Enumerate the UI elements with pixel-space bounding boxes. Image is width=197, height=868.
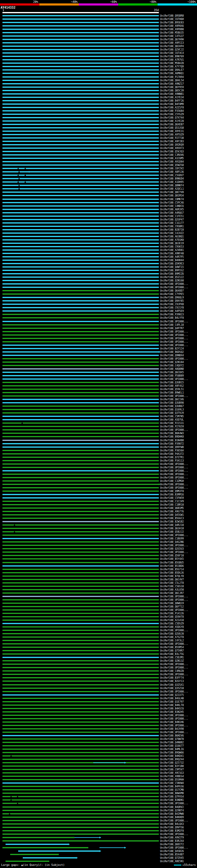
hit-label[interactable]: UniRef100_UPI000... [160,283,188,285]
hit-bar[interactable] [2,249,159,251]
hit-bar[interactable] [2,382,159,383]
hit-bar[interactable] [2,256,159,257]
hit-bar[interactable] [2,470,159,471]
hit-bar[interactable] [2,49,159,50]
hit-bar[interactable] [2,32,159,33]
hit-bar[interactable] [2,569,159,570]
hit-bar[interactable] [2,66,159,67]
hit-bar[interactable] [2,562,159,563]
hit-label[interactable]: UniRef100_A2Z1F8 [160,106,184,109]
hit-bar[interactable] [2,586,159,587]
hit-bar[interactable] [2,528,159,529]
hit-label[interactable]: UniRef100_B4HH44 [160,259,184,262]
hit-label[interactable]: UniRef100_Q03XP4 [160,45,184,48]
hit-label[interactable]: UniRef100_B5GBU5 [160,561,184,564]
hit-bar[interactable] [2,609,159,611]
hit-label[interactable]: UniRef100_UPI000... [160,466,188,469]
hit-bar[interactable] [2,793,159,794]
hit-bar[interactable] [2,348,159,349]
hit-bar[interactable] [2,117,159,118]
hit-label[interactable]: UniRef100_P39023 [160,313,184,316]
hit-bar[interactable] [2,63,159,64]
hit-label[interactable]: UniRef100_B3L75G [160,653,184,655]
hit-label[interactable]: UniRef100_B4GLH0 [160,697,184,700]
hit-bar[interactable] [2,762,159,763]
hit-label[interactable]: UniRef100_A1YE34 [160,96,184,99]
hit-label[interactable]: UniRef100_B9MIZ6 [160,273,184,275]
hit-bar[interactable] [2,745,159,746]
hit-bar[interactable] [2,752,159,753]
hit-bar[interactable] [2,755,159,756]
hit-label[interactable]: UniRef100_Q6CJR7 [160,592,184,595]
hit-label[interactable]: UniRef100_B9PIG2 [160,269,184,272]
hit-label[interactable]: UniRef100_UPI000... [160,470,188,472]
hit-label[interactable]: UniRef100_B3RJX4 [160,840,184,842]
hit-bar[interactable] [2,799,159,801]
hit-label[interactable]: UniRef100_Q01M34 [160,194,184,197]
hit-label[interactable]: UniRef100_B5DGJ6 [160,571,184,574]
hit-label[interactable]: UniRef100_UPI000... [160,724,188,727]
hit-bar[interactable] [2,154,159,155]
hit-label[interactable]: UniRef100_UPI000... [160,487,188,489]
hit-label[interactable]: UniRef100_Q56F10 [160,554,184,557]
hit-label[interactable]: UniRef100_Q3UB15 [160,381,184,384]
hit-label[interactable]: UniRef100_B53BD6 [160,565,184,567]
hit-label[interactable]: UniRef100_A4R7P5 [160,255,184,258]
hit-label[interactable]: UniRef100_C5YGZ9 [160,113,184,116]
hit-label[interactable]: UniRef100_A9CSG3 [160,772,184,774]
hit-label[interactable]: UniRef100_Q4P7R7 [160,327,184,330]
hit-bar[interactable] [2,759,159,760]
hit-label[interactable]: UniRef100_C9P5V7 [160,768,184,771]
hit-label[interactable]: UniRef100_Q17CM0 [160,788,184,791]
hit-label[interactable]: UniRef100_B9WEL1 [160,391,184,394]
hit-label[interactable]: UniRef100_B4PGS6 [160,785,184,788]
hit-label[interactable]: UniRef100_Q3UB90 [160,402,184,404]
hit-bar[interactable] [2,324,159,326]
hit-label[interactable]: UniRef100_UPI000... [160,334,188,337]
hit-label[interactable]: UniRef100_Q9NBX4 [160,354,184,357]
hit-bar[interactable] [2,334,159,336]
hit-bar[interactable] [2,345,159,346]
hit-label[interactable]: UniRef100_Q5VJQ3 [160,150,184,153]
hit-bar[interactable] [2,202,159,203]
hit-bar[interactable] [2,161,159,162]
hit-bar[interactable] [2,640,159,641]
hit-label[interactable]: UniRef100_Q16677 [160,745,184,747]
hit-label[interactable]: UniRef100_Q6B1M5 [160,507,184,509]
hit-label[interactable]: UniRef100_UPI000... [160,595,188,598]
hit-bar[interactable] [2,602,159,604]
hit-label[interactable]: UniRef100_Q64OD7 [160,289,184,292]
hit-bar[interactable] [2,69,159,70]
hit-label[interactable]: UniRef100_B4LQX3 [160,823,184,826]
hit-bar[interactable] [2,148,159,149]
hit-label[interactable]: UniRef100_Q6Y959 [160,86,184,89]
hit-bar[interactable] [2,144,159,145]
hit-label[interactable]: UniRef100_B4H1C6 [160,707,184,710]
hit-bar[interactable] [2,806,159,808]
hit-label[interactable]: UniRef100_UPI000... [160,473,188,476]
hit-bar[interactable] [2,494,159,495]
hit-bar[interactable] [2,674,159,675]
hit-bar[interactable] [5,844,68,845]
hit-label[interactable]: UniRef100_A63BQ1 [160,235,184,238]
hit-bar[interactable] [2,637,159,638]
hit-bar[interactable] [2,365,159,366]
hit-label[interactable]: UniRef100_C1BU99 [160,537,184,540]
hit-label[interactable]: UniRef100_A9F4S2 [160,384,184,388]
hit-bar[interactable] [2,670,159,672]
hit-label[interactable]: UniRef100_Q6DIT2 [160,843,184,846]
hit-label[interactable]: UniRef100_UPI000... [160,802,188,805]
hit-label[interactable]: UniRef100_C1BR10 [160,503,184,506]
hit-label[interactable]: UniRef100_C4Y3L2 [160,639,184,642]
hit-label[interactable]: UniRef100_A1YE28 [160,120,184,123]
hit-bar[interactable] [2,97,159,98]
hit-label[interactable]: UniRef100_Q2UUJ0 [160,632,184,635]
hit-label[interactable]: UniRef100_A9P8B0 [160,28,184,31]
hit-bar[interactable] [2,443,159,444]
hit-bar[interactable] [2,433,159,434]
hit-bar[interactable] [2,701,159,702]
hit-bar[interactable] [2,25,159,27]
hit-label[interactable]: UniRef100_Q8NKF4 [160,184,184,187]
hit-label[interactable]: UniRef100_Q5Z122 [160,276,184,279]
hit-label[interactable]: UniRef100_UPI000... [160,551,188,554]
